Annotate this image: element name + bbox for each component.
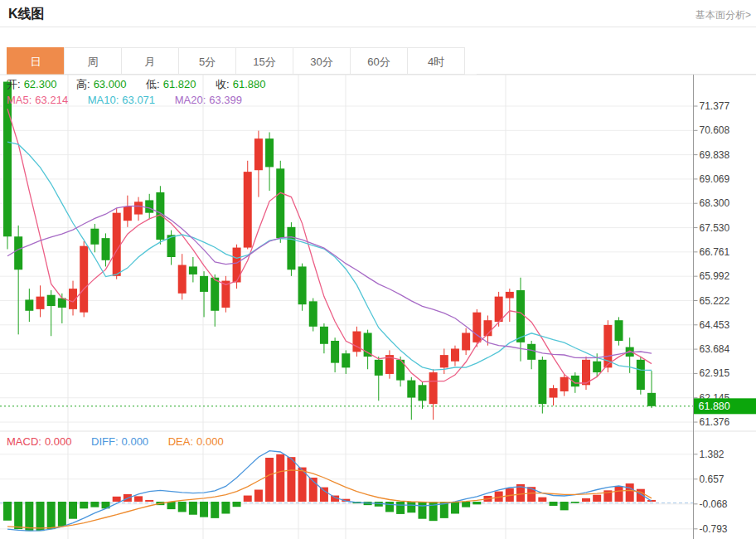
macd-hist-bar [178, 502, 187, 512]
candle-body [102, 238, 110, 260]
ma10-label: MA10: [88, 94, 119, 106]
candle-body [254, 138, 263, 170]
axis-label: 62.915 [700, 367, 730, 379]
open-value: 62.300 [24, 78, 57, 90]
candle-body [560, 377, 569, 391]
macd-hist-bar [560, 502, 569, 510]
axis-label: 69.069 [700, 173, 730, 185]
candle-body [320, 327, 328, 344]
candle-body [342, 353, 350, 367]
ma10-value: 63.071 [122, 94, 155, 106]
candle-body [178, 265, 187, 294]
low-value: 61.820 [163, 78, 196, 90]
candle-body [516, 290, 525, 342]
macd-hist-bar [626, 483, 634, 502]
macd-hist-bar [287, 457, 295, 502]
candle-body [298, 266, 307, 304]
axis-label: 66.761 [700, 246, 730, 258]
candle-body [647, 393, 656, 406]
macd-hist-bar [90, 502, 99, 507]
macd-hist-bar [221, 502, 230, 513]
candle-body [287, 227, 295, 270]
close-label: 收: [216, 78, 230, 90]
macd-hist-bar [538, 498, 546, 502]
candle-body [637, 360, 645, 390]
macd-hist-bar [58, 502, 66, 527]
macd-hist-bar [254, 490, 263, 502]
candle-body [276, 168, 284, 238]
candle-body [233, 248, 241, 283]
candle-body [80, 246, 88, 313]
macd-value: 0.000 [45, 435, 72, 448]
macd-hist-bar [571, 502, 579, 503]
macd-hist-bar [265, 458, 274, 502]
candle-body [527, 344, 536, 360]
candle-body [462, 333, 470, 350]
axis-label: 65.992 [700, 270, 730, 282]
macd-hist-bar [550, 502, 558, 506]
axis-label: 71.377 [700, 100, 730, 112]
candle-body [200, 276, 208, 292]
candle-body [440, 355, 448, 367]
macd-hist-bar [615, 486, 623, 502]
candle-body [211, 278, 219, 311]
kline-chart-canvas[interactable]: 71.37770.60869.83869.06968.30067.53066.7… [0, 0, 756, 539]
candle-body [113, 213, 121, 276]
macd-hist-bar [189, 502, 197, 515]
candle-body [472, 313, 481, 342]
macd-hist-bar [36, 502, 45, 531]
axis-label: 67.530 [700, 222, 730, 234]
dea-label: DEA: [168, 435, 193, 448]
macd-hist-bar [47, 502, 56, 529]
macd-hist-bar [407, 502, 415, 512]
axis-label: -0.068 [700, 498, 728, 510]
macd-hist-bar [167, 502, 176, 509]
axis-label: 63.684 [700, 343, 730, 355]
axis-label: 69.838 [700, 149, 730, 161]
macd-hist-bar [113, 497, 121, 502]
macd-hist-bar [396, 502, 405, 514]
macd-hist-bar [145, 500, 153, 502]
candle-body [134, 202, 143, 214]
candle-body [145, 200, 153, 212]
candle-body [550, 388, 558, 397]
candle-body [47, 295, 56, 306]
low-label: 低: [146, 78, 160, 90]
macd-label: MACD: [7, 435, 41, 448]
candle-body [309, 301, 317, 326]
ohlc-legend: 开:62.300 高:63.000 低:61.820 收:61.880 [7, 77, 269, 92]
macd-hist-bar [80, 502, 88, 508]
macd-hist-bar [451, 502, 459, 513]
macd-hist-bar [233, 502, 241, 507]
candle-body [418, 385, 426, 401]
axis-label: 61.376 [700, 416, 730, 428]
macd-hist-bar [200, 502, 208, 517]
macd-diff-line [7, 451, 652, 532]
candle-body [124, 206, 132, 221]
candle-body [593, 362, 601, 372]
dea-value: 0.000 [196, 435, 224, 448]
candle-body [244, 172, 252, 247]
ma5-label: MA5: [7, 94, 32, 106]
candle-body [36, 297, 45, 309]
close-value: 61.880 [233, 78, 266, 90]
open-label: 开: [7, 78, 21, 90]
macd-hist-bar [593, 495, 601, 502]
ma-legend: MA5:63.214 MA10:63.071 MA20:63.399 [7, 94, 245, 106]
macd-hist-bar [244, 496, 252, 502]
candle-body [538, 360, 546, 404]
axis-label: 0.657 [700, 473, 724, 485]
macd-hist-bar [14, 502, 22, 529]
candle-body [25, 299, 33, 310]
macd-hist-bar [462, 502, 470, 507]
axis-label: 65.222 [700, 295, 730, 307]
candle-body [14, 236, 22, 270]
candle-body [90, 229, 99, 245]
axis-label: 64.453 [700, 319, 730, 331]
macd-hist-bar [3, 502, 12, 521]
candle-body [451, 348, 459, 361]
macd-hist-bar [418, 502, 426, 519]
candle-body [265, 138, 274, 167]
high-label: 高: [76, 78, 90, 90]
macd-hist-bar [276, 454, 284, 502]
